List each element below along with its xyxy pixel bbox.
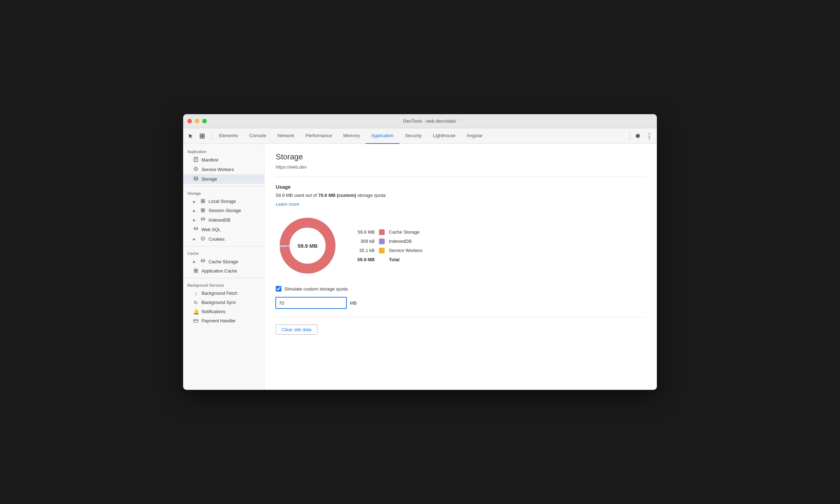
cache-storage-label: Cache Storage — [209, 259, 238, 264]
chart-area: 59.9 MB 59.6 MB Cache Storage 309 kB Ind… — [276, 214, 646, 277]
svg-point-24 — [201, 259, 205, 261]
svg-point-9 — [194, 177, 198, 178]
quota-input-row: MB — [276, 297, 646, 309]
inspect-icon[interactable] — [197, 131, 207, 141]
legend-service-workers: 35.1 kB Service Workers — [354, 248, 422, 253]
svg-point-18 — [201, 218, 205, 219]
sidebar-item-cache-storage[interactable]: ▶ Cache Storage — [183, 257, 264, 266]
divider-storage — [183, 186, 264, 186]
tabs: Elements Console Network Performance Mem… — [213, 128, 630, 144]
svg-rect-12 — [201, 201, 203, 203]
legend-color-cache — [379, 229, 385, 235]
settings-button[interactable] — [633, 131, 643, 141]
cookies-label: Cookies — [209, 237, 224, 242]
legend-indexeddb: 309 kB IndexedDB — [354, 239, 422, 244]
tab-performance[interactable]: Performance — [300, 128, 338, 144]
divider-bg-services — [183, 278, 264, 278]
svg-point-23 — [202, 239, 203, 240]
page-title: Storage — [276, 152, 646, 162]
cookies-icon — [200, 236, 206, 242]
svg-rect-17 — [203, 211, 205, 212]
svg-rect-28 — [196, 271, 198, 273]
tab-elements[interactable]: Elements — [213, 128, 244, 144]
sidebar-item-application-cache[interactable]: Application Cache — [183, 266, 264, 276]
simulate-quota-checkbox[interactable] — [276, 286, 281, 292]
legend-label-sw: Service Workers — [389, 248, 422, 253]
legend-color-sw — [379, 248, 385, 253]
application-cache-icon — [193, 268, 199, 274]
svg-rect-26 — [196, 269, 198, 271]
titlebar: DevTools - web.dev/vitals/ — [183, 114, 657, 128]
maximize-button[interactable] — [202, 119, 207, 123]
sidebar-item-notifications[interactable]: 🔔 Notifications — [183, 307, 264, 316]
svg-rect-1 — [203, 134, 204, 136]
service-workers-label: Service Workers — [202, 167, 234, 172]
arrow-local-storage: ▶ — [193, 200, 197, 204]
sidebar-item-background-fetch[interactable]: ↕ Background Fetch — [183, 289, 264, 298]
sidebar-section-cache: Cache — [183, 248, 264, 257]
sidebar-item-background-sync[interactable]: ↻ Background Sync — [183, 298, 264, 307]
tab-lighthouse[interactable]: Lighthouse — [427, 128, 461, 144]
sidebar: Application Manifest Service Workers Sto… — [183, 144, 264, 390]
indexeddb-icon — [200, 217, 206, 223]
manifest-label: Manifest — [202, 158, 218, 163]
background-sync-icon: ↻ — [193, 300, 199, 305]
sidebar-item-cookies[interactable]: ▶ Cookies — [183, 234, 264, 244]
svg-rect-10 — [201, 199, 203, 201]
more-button[interactable]: ⋮ — [644, 131, 654, 141]
sidebar-item-session-storage[interactable]: ▶ Session Storage — [183, 206, 264, 215]
simulate-quota-label[interactable]: Simulate custom storage quota — [284, 286, 348, 292]
indexeddb-label: IndexedDB — [209, 218, 231, 223]
svg-point-21 — [202, 238, 203, 238]
tab-application[interactable]: Application — [366, 128, 399, 144]
svg-rect-15 — [203, 209, 205, 210]
notifications-label: Notifications — [202, 309, 226, 314]
legend-value-indexeddb: 309 kB — [354, 239, 375, 244]
window-controls — [187, 119, 207, 123]
clear-site-data-button[interactable]: Clear site data — [276, 324, 317, 335]
usage-description: 59.9 MB used out of 70.0 MB (custom) sto… — [276, 193, 646, 198]
sidebar-item-local-storage[interactable]: ▶ Local Storage — [183, 197, 264, 206]
minimize-button[interactable] — [195, 119, 199, 123]
sidebar-item-payment-handler[interactable]: Payment Handler — [183, 316, 264, 326]
tab-network[interactable]: Network — [272, 128, 300, 144]
service-workers-icon — [193, 166, 199, 172]
svg-point-20 — [201, 237, 205, 240]
usage-title: Usage — [276, 184, 646, 190]
window-title: DevTools - web.dev/vitals/ — [207, 118, 653, 124]
sidebar-item-storage[interactable]: Storage — [183, 174, 264, 184]
web-sql-label: Web SQL — [202, 227, 221, 232]
sidebar-item-web-sql[interactable]: Web SQL — [183, 225, 264, 234]
close-button[interactable] — [187, 119, 192, 123]
payment-handler-icon — [193, 318, 199, 324]
cursor-icon[interactable] — [186, 131, 196, 141]
quota-input[interactable] — [276, 297, 346, 309]
tab-console[interactable]: Console — [244, 128, 272, 144]
legend-label-indexeddb: IndexedDB — [389, 239, 412, 244]
svg-point-22 — [203, 238, 204, 239]
storage-icon — [193, 176, 199, 182]
arrow-indexeddb: ▶ — [193, 218, 197, 222]
svg-rect-16 — [201, 211, 203, 212]
tab-security[interactable]: Security — [399, 128, 427, 144]
learn-more-link[interactable]: Learn more — [276, 201, 299, 207]
application-cache-label: Application Cache — [202, 269, 237, 274]
background-fetch-icon: ↕ — [193, 291, 199, 296]
cache-storage-icon — [200, 259, 206, 265]
sidebar-item-manifest[interactable]: Manifest — [183, 155, 264, 165]
legend-value-sw: 35.1 kB — [354, 248, 375, 253]
legend-value-cache: 59.6 MB — [354, 229, 375, 235]
tab-angular[interactable]: Angular — [461, 128, 488, 144]
donut-chart: 59.9 MB — [276, 214, 339, 277]
legend-total: 59.9 MB Total — [354, 257, 422, 262]
session-storage-icon — [200, 208, 206, 213]
simulate-quota-row: Simulate custom storage quota — [276, 286, 646, 292]
legend-label-total: Total — [389, 257, 399, 262]
sidebar-item-indexeddb[interactable]: ▶ IndexedDB — [183, 215, 264, 225]
svg-rect-27 — [194, 271, 196, 273]
svg-rect-13 — [203, 201, 205, 203]
sidebar-item-service-workers[interactable]: Service Workers — [183, 165, 264, 174]
arrow-cache-storage: ▶ — [193, 260, 197, 264]
tab-memory[interactable]: Memory — [338, 128, 366, 144]
legend-value-total: 59.9 MB — [354, 257, 375, 262]
